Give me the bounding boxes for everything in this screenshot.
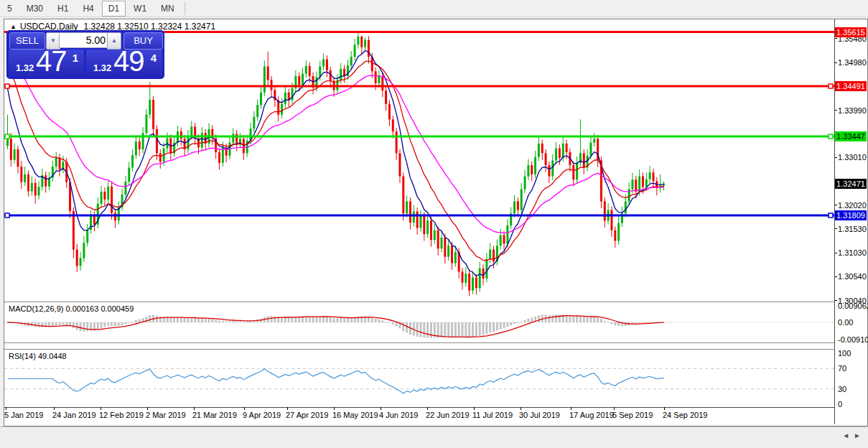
price-tick <box>835 38 837 39</box>
toolbar-separator <box>185 2 185 15</box>
date-tick <box>427 407 428 410</box>
rsi-label: RSI(14) 49.0448 <box>9 352 67 360</box>
date-label: 24 Sep 2019 <box>663 411 707 419</box>
date-label: 5 Jan 2019 <box>4 411 43 419</box>
level-price-badge: 1.34491 <box>835 81 867 91</box>
price-tick-label: 1.32020 <box>838 201 867 210</box>
price-tick-label: 1.31030 <box>838 248 867 257</box>
date-tick <box>474 407 475 410</box>
macd-axis-label: 0.00 <box>838 318 853 327</box>
date-label: 21 Mar 2019 <box>192 411 237 419</box>
date-label: 22 Jun 2019 <box>426 411 470 419</box>
date-label: 16 May 2019 <box>332 411 378 419</box>
date-label: 30 Jul 2019 <box>519 411 560 419</box>
macd-axis-label: -0.009107 <box>838 335 868 344</box>
date-tick <box>381 407 381 410</box>
date-label: 27 Apr 2019 <box>286 411 328 419</box>
date-axis: 5 Jan 201924 Jan 201912 Feb 20192 Mar 20… <box>4 407 834 425</box>
one-click-trade-panel: SELL ▼ ▲ BUY 1.32 47 1 1.32 49 4 <box>7 31 164 78</box>
date-label: 5 Sep 2019 <box>612 411 653 419</box>
timeframe-button-5[interactable]: 5 <box>1 1 19 17</box>
date-tick <box>194 407 195 410</box>
price-tick-label: 1.30540 <box>838 272 867 281</box>
date-tick <box>521 407 521 410</box>
price-tick-label: 1.34980 <box>838 58 867 67</box>
price-tick <box>835 253 837 253</box>
date-label: 17 Aug 2019 <box>569 411 614 419</box>
price-tick <box>835 205 837 205</box>
fast-ma-line <box>8 51 664 276</box>
date-label: 12 Feb 2019 <box>99 411 144 419</box>
chart-title: ▲USDCAD,Daily1.32428 1.32510 1.32324 1.3… <box>10 22 215 32</box>
date-label: 2 Mar 2019 <box>146 411 186 419</box>
sell-price-sup: 1 <box>73 52 78 64</box>
level-price-badge: 1.35615 <box>835 27 867 37</box>
chart-symbol-label: USDCAD,Daily <box>20 22 78 32</box>
buy-price-small: 1.32 <box>93 62 111 73</box>
mid-ma-line <box>8 59 664 261</box>
timeframe-button-h1[interactable]: H1 <box>51 1 75 17</box>
pane-separator[interactable] <box>4 342 834 343</box>
timeframe-button-mn[interactable]: MN <box>154 1 181 17</box>
price-tick-label: 1.33010 <box>838 153 867 162</box>
date-tick <box>664 407 665 410</box>
level-price-badge: 1.31809 <box>835 210 867 220</box>
date-label: 9 Apr 2019 <box>243 411 281 419</box>
sell-price-big: 47 <box>36 45 67 78</box>
rsi-axis-label: 0 <box>838 400 842 409</box>
timeframe-button-d1[interactable]: D1 <box>102 1 126 17</box>
price-tick <box>835 300 837 301</box>
volume-input[interactable] <box>59 32 109 48</box>
chart-ohlc-values: 1.32428 1.32510 1.32324 1.32471 <box>84 22 216 32</box>
price-axis: 1.354801.349801.339901.330101.320201.315… <box>834 19 867 424</box>
buy-price-big: 49 <box>113 45 144 78</box>
date-tick <box>244 407 245 410</box>
date-tick <box>6 407 6 410</box>
macd-axis-label: 0.009062 <box>838 302 868 310</box>
price-tick <box>835 62 837 63</box>
date-tick <box>101 407 101 410</box>
price-tick <box>835 228 837 229</box>
date-label: 4 Jun 2019 <box>379 411 418 419</box>
date-tick <box>54 407 55 410</box>
timeframe-button-w1[interactable]: W1 <box>127 1 153 17</box>
sell-price-box[interactable]: 1.32 47 1 <box>9 50 84 77</box>
timeframe-button-m30[interactable]: M30 <box>20 1 50 17</box>
date-tick <box>147 407 148 410</box>
macd-signal-line <box>8 316 664 337</box>
rsi-axis-label: 30 <box>838 385 846 393</box>
rsi-canvas <box>4 350 834 407</box>
buy-price-sup: 4 <box>151 52 157 64</box>
timeframe-button-h4[interactable]: H4 <box>76 1 100 17</box>
macd-label: MACD(12,26,9) 0.000163 0.000459 <box>9 304 134 313</box>
rsi-axis-label: 70 <box>838 364 846 373</box>
chart-collapse-icon[interactable]: ▲ <box>10 23 17 30</box>
price-tick <box>835 110 837 111</box>
date-tick <box>571 407 571 410</box>
price-tick <box>835 157 837 158</box>
buy-price-box[interactable]: 1.32 49 4 <box>86 50 162 77</box>
sell-price-small: 1.32 <box>16 62 34 73</box>
level-price-badge: 1.33447 <box>835 131 867 141</box>
scroll-left-icon[interactable]: ◄ <box>842 431 854 439</box>
chart-tab-bar: ◄► <box>0 426 868 446</box>
current-price-badge: 1.32471 <box>835 179 867 189</box>
date-tick <box>334 407 335 410</box>
price-tick <box>835 276 837 277</box>
timeframe-toolbar: 5M30H1H4D1W1MN <box>0 0 868 17</box>
date-label: 11 Jul 2019 <box>472 411 513 419</box>
date-tick <box>614 407 615 410</box>
scroll-right-icon[interactable]: ► <box>854 431 865 439</box>
date-label: 24 Jan 2019 <box>52 411 96 419</box>
chart-window: ▲USDCAD,Daily1.32428 1.32510 1.32324 1.3… <box>4 19 868 426</box>
rsi-axis-label: 100 <box>838 349 851 358</box>
rsi-line <box>8 369 664 393</box>
price-tick-label: 1.33990 <box>838 106 867 115</box>
tab-scroll-arrows[interactable]: ◄► <box>842 431 865 439</box>
date-tick <box>287 407 288 410</box>
price-tick-label: 1.31530 <box>838 225 867 233</box>
